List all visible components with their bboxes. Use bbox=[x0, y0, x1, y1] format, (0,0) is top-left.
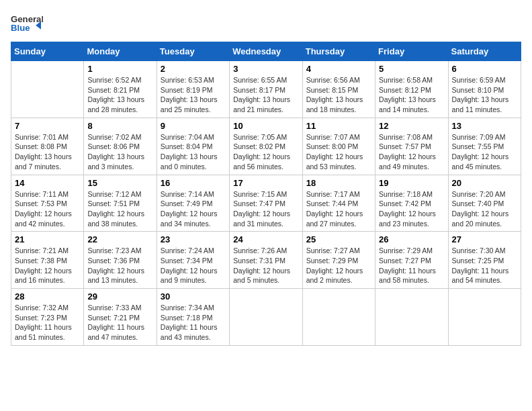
calendar-cell: 20Sunrise: 7:20 AMSunset: 7:40 PMDayligh… bbox=[448, 175, 521, 232]
day-info: Sunrise: 7:30 AMSunset: 7:25 PMDaylight:… bbox=[452, 246, 517, 285]
day-info: Sunrise: 7:34 AMSunset: 7:18 PMDaylight:… bbox=[161, 303, 226, 342]
calendar-cell: 21Sunrise: 7:21 AMSunset: 7:38 PMDayligh… bbox=[11, 232, 84, 289]
calendar-cell bbox=[230, 289, 302, 346]
day-number: 11 bbox=[306, 121, 371, 131]
calendar-cell: 5Sunrise: 6:58 AMSunset: 8:12 PMDaylight… bbox=[375, 61, 448, 118]
day-info: Sunrise: 6:56 AMSunset: 8:15 PMDaylight:… bbox=[306, 75, 371, 115]
day-number: 12 bbox=[379, 121, 444, 131]
weekday-header-monday: Monday bbox=[84, 42, 157, 61]
calendar-cell: 24Sunrise: 7:26 AMSunset: 7:31 PMDayligh… bbox=[230, 232, 302, 289]
day-info: Sunrise: 7:27 AMSunset: 7:29 PMDaylight:… bbox=[306, 246, 371, 285]
calendar-cell: 9Sunrise: 7:04 AMSunset: 8:04 PMDaylight… bbox=[157, 118, 229, 175]
calendar-week-1: 1Sunrise: 6:52 AMSunset: 8:21 PMDaylight… bbox=[11, 61, 521, 118]
calendar-cell: 11Sunrise: 7:07 AMSunset: 8:00 PMDayligh… bbox=[302, 118, 375, 175]
svg-text:Blue: Blue bbox=[11, 23, 30, 33]
day-number: 14 bbox=[15, 178, 80, 188]
day-number: 17 bbox=[233, 178, 298, 188]
calendar-cell: 6Sunrise: 6:59 AMSunset: 8:10 PMDaylight… bbox=[448, 61, 521, 118]
day-number: 4 bbox=[306, 64, 371, 74]
day-info: Sunrise: 7:32 AMSunset: 7:23 PMDaylight:… bbox=[15, 303, 80, 342]
day-number: 21 bbox=[15, 234, 80, 244]
calendar-cell: 29Sunrise: 7:33 AMSunset: 7:21 PMDayligh… bbox=[84, 289, 157, 346]
day-info: Sunrise: 7:07 AMSunset: 8:00 PMDaylight:… bbox=[306, 132, 371, 172]
day-info: Sunrise: 7:09 AMSunset: 7:55 PMDaylight:… bbox=[452, 132, 517, 172]
day-info: Sunrise: 7:08 AMSunset: 7:57 PMDaylight:… bbox=[379, 132, 444, 172]
day-info: Sunrise: 7:02 AMSunset: 8:06 PMDaylight:… bbox=[87, 132, 152, 172]
calendar-cell: 13Sunrise: 7:09 AMSunset: 7:55 PMDayligh… bbox=[448, 118, 521, 175]
weekday-header-sunday: Sunday bbox=[11, 42, 84, 61]
calendar-cell bbox=[448, 289, 521, 346]
day-number: 1 bbox=[87, 64, 152, 74]
calendar-cell: 8Sunrise: 7:02 AMSunset: 8:06 PMDaylight… bbox=[84, 118, 157, 175]
day-number: 13 bbox=[452, 121, 517, 131]
day-number: 5 bbox=[379, 64, 444, 74]
calendar-cell: 18Sunrise: 7:17 AMSunset: 7:44 PMDayligh… bbox=[302, 175, 375, 232]
weekday-header-friday: Friday bbox=[375, 42, 448, 61]
weekday-header-thursday: Thursday bbox=[302, 42, 375, 61]
day-number: 18 bbox=[306, 178, 371, 188]
calendar-header: SundayMondayTuesdayWednesdayThursdayFrid… bbox=[11, 42, 521, 61]
calendar-cell: 25Sunrise: 7:27 AMSunset: 7:29 PMDayligh… bbox=[302, 232, 375, 289]
calendar-cell: 26Sunrise: 7:29 AMSunset: 7:27 PMDayligh… bbox=[375, 232, 448, 289]
weekday-header-wednesday: Wednesday bbox=[230, 42, 302, 61]
day-number: 15 bbox=[87, 178, 152, 188]
day-info: Sunrise: 7:29 AMSunset: 7:27 PMDaylight:… bbox=[379, 246, 444, 285]
calendar-cell: 14Sunrise: 7:11 AMSunset: 7:53 PMDayligh… bbox=[11, 175, 84, 232]
day-number: 19 bbox=[379, 178, 444, 188]
day-info: Sunrise: 7:21 AMSunset: 7:38 PMDaylight:… bbox=[15, 246, 80, 285]
day-number: 24 bbox=[233, 234, 298, 244]
calendar-cell: 12Sunrise: 7:08 AMSunset: 7:57 PMDayligh… bbox=[375, 118, 448, 175]
day-number: 30 bbox=[161, 291, 226, 302]
day-number: 26 bbox=[379, 234, 444, 244]
day-info: Sunrise: 6:55 AMSunset: 8:17 PMDaylight:… bbox=[233, 75, 298, 115]
day-number: 29 bbox=[87, 291, 152, 302]
calendar-cell: 28Sunrise: 7:32 AMSunset: 7:23 PMDayligh… bbox=[11, 289, 84, 346]
calendar-cell: 23Sunrise: 7:24 AMSunset: 7:34 PMDayligh… bbox=[157, 232, 229, 289]
day-info: Sunrise: 7:11 AMSunset: 7:53 PMDaylight:… bbox=[15, 189, 80, 229]
day-number: 20 bbox=[452, 178, 517, 188]
calendar-week-3: 14Sunrise: 7:11 AMSunset: 7:53 PMDayligh… bbox=[11, 175, 521, 232]
logo: General Blue bbox=[11, 11, 43, 36]
day-info: Sunrise: 6:58 AMSunset: 8:12 PMDaylight:… bbox=[379, 75, 444, 115]
day-number: 25 bbox=[306, 234, 371, 244]
calendar-cell bbox=[375, 289, 448, 346]
calendar-cell: 4Sunrise: 6:56 AMSunset: 8:15 PMDaylight… bbox=[302, 61, 375, 118]
weekday-header-tuesday: Tuesday bbox=[157, 42, 229, 61]
calendar-cell: 7Sunrise: 7:01 AMSunset: 8:08 PMDaylight… bbox=[11, 118, 84, 175]
weekday-header-saturday: Saturday bbox=[448, 42, 521, 61]
page-header: General Blue bbox=[11, 11, 521, 36]
day-info: Sunrise: 7:18 AMSunset: 7:42 PMDaylight:… bbox=[379, 189, 444, 229]
day-number: 3 bbox=[233, 64, 298, 74]
day-info: Sunrise: 6:52 AMSunset: 8:21 PMDaylight:… bbox=[87, 75, 152, 115]
day-info: Sunrise: 7:01 AMSunset: 8:08 PMDaylight:… bbox=[15, 132, 80, 172]
day-number: 28 bbox=[15, 291, 80, 302]
calendar-cell: 19Sunrise: 7:18 AMSunset: 7:42 PMDayligh… bbox=[375, 175, 448, 232]
calendar-cell: 27Sunrise: 7:30 AMSunset: 7:25 PMDayligh… bbox=[448, 232, 521, 289]
day-info: Sunrise: 7:12 AMSunset: 7:51 PMDaylight:… bbox=[87, 189, 152, 229]
calendar-cell: 16Sunrise: 7:14 AMSunset: 7:49 PMDayligh… bbox=[157, 175, 229, 232]
day-info: Sunrise: 6:53 AMSunset: 8:19 PMDaylight:… bbox=[161, 75, 226, 115]
day-info: Sunrise: 7:17 AMSunset: 7:44 PMDaylight:… bbox=[306, 189, 371, 229]
calendar-cell: 15Sunrise: 7:12 AMSunset: 7:51 PMDayligh… bbox=[84, 175, 157, 232]
calendar-cell: 3Sunrise: 6:55 AMSunset: 8:17 PMDaylight… bbox=[230, 61, 302, 118]
calendar-cell: 30Sunrise: 7:34 AMSunset: 7:18 PMDayligh… bbox=[157, 289, 229, 346]
day-info: Sunrise: 7:14 AMSunset: 7:49 PMDaylight:… bbox=[161, 189, 226, 229]
day-info: Sunrise: 7:33 AMSunset: 7:21 PMDaylight:… bbox=[87, 303, 152, 342]
calendar-week-5: 28Sunrise: 7:32 AMSunset: 7:23 PMDayligh… bbox=[11, 289, 521, 346]
day-number: 22 bbox=[87, 234, 152, 244]
day-info: Sunrise: 7:05 AMSunset: 8:02 PMDaylight:… bbox=[233, 132, 298, 172]
day-info: Sunrise: 7:26 AMSunset: 7:31 PMDaylight:… bbox=[233, 246, 298, 285]
calendar-week-4: 21Sunrise: 7:21 AMSunset: 7:38 PMDayligh… bbox=[11, 232, 521, 289]
day-number: 6 bbox=[452, 64, 517, 74]
calendar-cell: 1Sunrise: 6:52 AMSunset: 8:21 PMDaylight… bbox=[84, 61, 157, 118]
day-number: 9 bbox=[161, 121, 226, 131]
day-info: Sunrise: 6:59 AMSunset: 8:10 PMDaylight:… bbox=[452, 75, 517, 115]
calendar-cell: 17Sunrise: 7:15 AMSunset: 7:47 PMDayligh… bbox=[230, 175, 302, 232]
day-info: Sunrise: 7:23 AMSunset: 7:36 PMDaylight:… bbox=[87, 246, 152, 285]
day-info: Sunrise: 7:20 AMSunset: 7:40 PMDaylight:… bbox=[452, 189, 517, 229]
day-number: 16 bbox=[161, 178, 226, 188]
day-number: 10 bbox=[233, 121, 298, 131]
calendar-table: SundayMondayTuesdayWednesdayThursdayFrid… bbox=[11, 42, 521, 346]
day-number: 27 bbox=[452, 234, 517, 244]
day-number: 23 bbox=[161, 234, 226, 244]
